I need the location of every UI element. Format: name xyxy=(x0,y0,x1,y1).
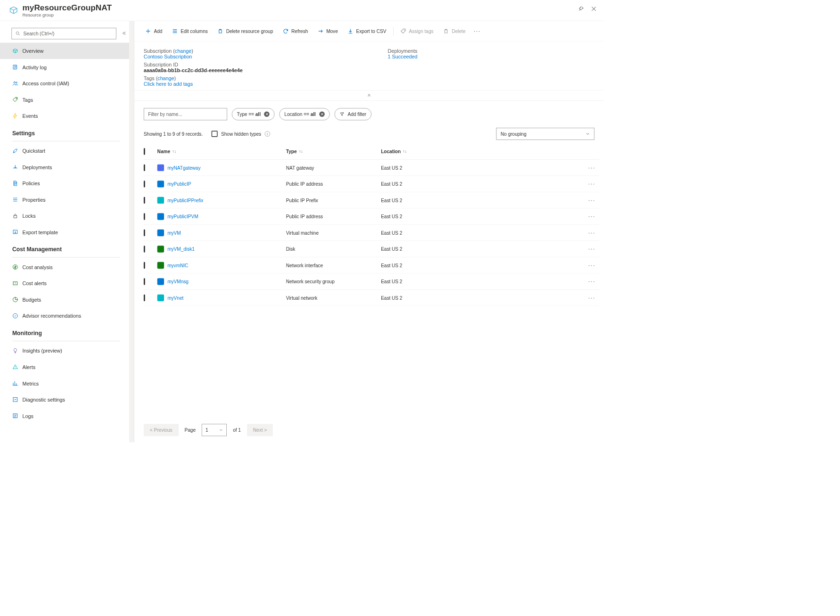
row-checkbox[interactable] xyxy=(144,246,145,252)
add-tags-link[interactable]: Click here to add tags xyxy=(144,81,381,87)
delete-button[interactable]: Delete xyxy=(438,24,470,39)
collapse-sidebar-icon[interactable] xyxy=(121,30,127,37)
row-checkbox[interactable] xyxy=(144,229,145,236)
resource-type-cell: Network interface xyxy=(286,263,381,268)
sidebar-item-overview[interactable]: Overview xyxy=(0,43,132,59)
sidebar-item-quickstart[interactable]: Quickstart xyxy=(0,143,132,159)
resource-link[interactable]: myPublicIPPrefix xyxy=(167,197,203,203)
svg-rect-4 xyxy=(14,215,16,218)
sort-icon: ↑↓ xyxy=(172,149,176,154)
row-checkbox[interactable] xyxy=(144,197,145,203)
sidebar-item-diag[interactable]: Diagnostic settings xyxy=(0,391,132,408)
sidebar-item-policies[interactable]: Policies xyxy=(0,175,132,192)
row-checkbox[interactable] xyxy=(144,213,145,220)
resource-type-cell: Virtual machine xyxy=(286,230,381,236)
sidebar-item-properties[interactable]: Properties xyxy=(0,191,132,208)
row-more-button[interactable]: ··· xyxy=(585,278,600,285)
sidebar-item-export[interactable]: Export template xyxy=(0,224,132,240)
move-button[interactable]: Move xyxy=(313,24,342,39)
info-icon[interactable]: i xyxy=(264,131,270,137)
select-all-checkbox[interactable] xyxy=(144,148,145,155)
sidebar-item-activity[interactable]: Activity log xyxy=(0,59,132,75)
resource-link[interactable]: myPublicIP xyxy=(167,181,191,187)
row-checkbox[interactable] xyxy=(144,294,145,301)
sidebar-item-logs[interactable]: Logs xyxy=(0,408,132,424)
deployments-link[interactable]: 1 Succeeded xyxy=(388,54,595,59)
tags-change-link[interactable]: change xyxy=(157,75,174,81)
row-more-button[interactable]: ··· xyxy=(585,164,600,171)
sidebar-item-cost-alerts[interactable]: Cost alerts xyxy=(0,275,132,292)
refresh-button[interactable]: Refresh xyxy=(278,24,313,39)
row-checkbox[interactable] xyxy=(144,181,145,187)
sidebar-item-alerts[interactable]: Alerts xyxy=(0,359,132,375)
row-more-button[interactable]: ··· xyxy=(585,197,600,204)
assign-tags-button[interactable]: Assign tags xyxy=(395,24,438,39)
col-location-header[interactable]: Location↑↓ xyxy=(381,148,584,154)
row-checkbox[interactable] xyxy=(144,164,145,171)
bolt-icon xyxy=(12,113,18,119)
sidebar-item-budgets[interactable]: Budgets xyxy=(0,291,132,308)
sidebar-item-deployments[interactable]: Deployments xyxy=(0,159,132,175)
export-csv-button[interactable]: Export to CSV xyxy=(343,24,391,39)
lock-icon xyxy=(12,213,18,219)
subscription-link[interactable]: Contoso Subscription xyxy=(144,54,381,59)
grouping-dropdown[interactable]: No grouping xyxy=(496,128,595,140)
row-more-button[interactable]: ··· xyxy=(585,229,600,236)
row-checkbox[interactable] xyxy=(144,262,145,268)
add-button[interactable]: Add xyxy=(140,24,167,39)
sidebar-scrollbar[interactable] xyxy=(129,21,134,443)
row-checkbox[interactable] xyxy=(144,278,145,285)
clear-location-filter-icon[interactable]: ✕ xyxy=(319,112,325,117)
resource-link[interactable]: myVMnsg xyxy=(167,279,189,284)
resource-type-cell: Disk xyxy=(286,246,381,252)
resource-link[interactable]: myvmNIC xyxy=(167,263,188,268)
sidebar-item-cost-analysis[interactable]: Cost analysis xyxy=(0,259,132,275)
resource-link[interactable]: myNATgateway xyxy=(167,165,200,171)
col-name-header[interactable]: Name↑↓ xyxy=(157,148,286,154)
filter-by-name-input[interactable]: Filter by name... xyxy=(144,108,227,120)
col-type-header[interactable]: Type↑↓ xyxy=(286,148,381,154)
row-more-button[interactable]: ··· xyxy=(585,262,600,269)
resource-link[interactable]: myVM_disk1 xyxy=(167,246,195,252)
sidebar-item-label: Export template xyxy=(22,229,58,235)
close-icon[interactable] xyxy=(590,5,598,13)
sidebar-item-insights[interactable]: Insights (preview) xyxy=(0,343,132,359)
sidebar-item-label: Access control (IAM) xyxy=(22,81,69,86)
location-filter-pill[interactable]: Location == all ✕ xyxy=(280,108,330,120)
next-page-button[interactable]: Next > xyxy=(247,424,273,436)
sidebar: Search (Ctrl+/) Overview Activity log Ac… xyxy=(0,21,134,443)
sidebar-item-advisor-rec[interactable]: Advisor recommendations xyxy=(0,308,132,324)
resource-group-icon xyxy=(8,5,19,16)
add-filter-button[interactable]: Add filter xyxy=(334,108,371,120)
sidebar-item-locks[interactable]: Locks xyxy=(0,208,132,224)
sidebar-search-input[interactable]: Search (Ctrl+/) xyxy=(11,28,116,39)
resource-link[interactable]: myVM xyxy=(167,230,181,236)
subscription-change-link[interactable]: change xyxy=(175,48,191,54)
delete-rg-button[interactable]: Delete resource group xyxy=(213,24,278,39)
more-commands-button[interactable]: ··· xyxy=(470,24,484,39)
sidebar-item-events[interactable]: Events xyxy=(0,108,132,124)
row-more-button[interactable]: ··· xyxy=(585,294,600,301)
resource-link[interactable]: myPublicIPVM xyxy=(167,214,198,219)
row-more-button[interactable]: ··· xyxy=(585,246,600,253)
clear-type-filter-icon[interactable]: ✕ xyxy=(264,112,270,117)
resource-location-cell: East US 2 xyxy=(381,263,584,268)
pin-icon[interactable] xyxy=(577,5,585,13)
sort-icon: ↑↓ xyxy=(403,149,407,154)
previous-page-button[interactable]: < Previous xyxy=(144,424,179,436)
show-hidden-checkbox[interactable] xyxy=(212,131,218,137)
page-select[interactable]: 1 xyxy=(202,424,227,436)
row-more-button[interactable]: ··· xyxy=(585,213,600,220)
resource-link[interactable]: myVnet xyxy=(167,295,183,301)
edit-columns-button[interactable]: Edit columns xyxy=(167,24,212,39)
type-filter-pill[interactable]: Type == all ✕ xyxy=(232,108,275,120)
sidebar-item-iam[interactable]: Access control (IAM) xyxy=(0,75,132,92)
subscription-label: Subscription (change) xyxy=(144,48,381,54)
sidebar-item-tags[interactable]: Tags xyxy=(0,91,132,108)
resource-type-cell: Network security group xyxy=(286,279,381,284)
row-more-button[interactable]: ··· xyxy=(585,181,600,188)
resource-type-icon xyxy=(157,262,164,268)
collapse-essentials-button[interactable] xyxy=(134,90,604,100)
svg-point-2 xyxy=(16,82,17,83)
sidebar-item-metrics[interactable]: Metrics xyxy=(0,375,132,392)
